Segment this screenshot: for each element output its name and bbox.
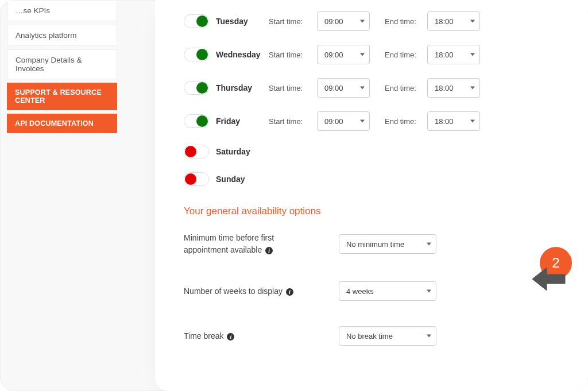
start-time-select-thursday[interactable]: 09:00 [317, 78, 370, 98]
start-time-select-tuesday[interactable]: 09:00 [317, 11, 370, 31]
day-row-friday: Friday Start time: 09:00 End time: 18:00 [184, 111, 565, 131]
end-time-label: End time: [385, 84, 421, 92]
option-label: Minimum time before first appointment av… [184, 233, 274, 254]
sidebar-item-analytics[interactable]: Analytics platform [7, 25, 117, 46]
start-time-label: Start time: [269, 17, 311, 26]
toggle-friday[interactable] [184, 114, 209, 128]
day-row-sunday: Sunday [184, 172, 565, 186]
start-time-select-wednesday[interactable]: 09:00 [317, 45, 370, 64]
start-time-label: Start time: [269, 117, 311, 126]
start-time-select-friday[interactable]: 09:00 [317, 111, 370, 131]
start-time-label: Start time: [269, 51, 311, 59]
end-time-select-wednesday[interactable]: 18:00 [427, 45, 480, 64]
break-select[interactable]: No break time [339, 326, 436, 346]
chevron-down-icon [427, 290, 431, 293]
info-icon[interactable] [286, 288, 293, 296]
info-icon[interactable] [227, 333, 234, 340]
end-time-label: End time: [385, 17, 421, 26]
end-time-label: End time: [385, 117, 421, 126]
day-label: Sunday [216, 175, 262, 184]
day-row-thursday: Thursday Start time: 09:00 End time: 18:… [184, 78, 565, 98]
start-time-label: Start time: [269, 84, 311, 92]
option-min-time: Minimum time before first appointment av… [184, 232, 565, 256]
day-label: Friday [216, 117, 262, 126]
day-label: Tuesday [216, 17, 262, 26]
toggle-sunday[interactable] [184, 172, 209, 186]
chevron-down-icon [470, 53, 475, 56]
weeks-select[interactable]: 4 weeks [339, 281, 436, 301]
day-row-tuesday: Tuesday Start time: 09:00 End time: 18:0… [184, 11, 565, 31]
day-label: Thursday [216, 83, 262, 92]
chevron-down-icon [360, 53, 365, 56]
chevron-down-icon [470, 120, 475, 123]
end-time-label: End time: [385, 51, 421, 59]
sidebar: …se KPIs Analytics platform Company Deta… [7, 0, 117, 133]
chevron-down-icon [360, 20, 365, 23]
end-time-select-friday[interactable]: 18:00 [427, 111, 480, 131]
day-row-wednesday: Wednesday Start time: 09:00 End time: 18… [184, 45, 565, 64]
toggle-thursday[interactable] [184, 81, 209, 95]
chevron-down-icon [360, 120, 365, 123]
chevron-down-icon [427, 243, 431, 246]
day-label: Wednesday [216, 50, 262, 59]
chevron-down-icon [427, 335, 431, 338]
min-time-select[interactable]: No minimum time [339, 234, 436, 254]
chevron-down-icon [470, 87, 475, 90]
option-label: Number of weeks to display [184, 287, 283, 296]
sidebar-item-company-details[interactable]: Company Details & Invoices [7, 49, 117, 79]
option-break: Time break No break time [184, 326, 565, 346]
main-panel: Tuesday Start time: 09:00 End time: 18:0… [155, 0, 588, 391]
annotation-step-2: 2 [529, 247, 572, 279]
sidebar-item-kpis[interactable]: …se KPIs [7, 0, 117, 21]
toggle-wednesday[interactable] [184, 48, 209, 61]
section-title: Your general availability options [184, 206, 565, 217]
option-label: Time break [184, 331, 224, 340]
toggle-tuesday[interactable] [184, 14, 209, 28]
chevron-down-icon [470, 20, 475, 23]
sidebar-item-api-docs[interactable]: API DOCUMENTATION [7, 114, 117, 133]
app-viewport: …se KPIs Analytics platform Company Deta… [0, 0, 588, 391]
sidebar-item-support[interactable]: SUPPORT & RESOURCE CENTER [7, 83, 117, 110]
info-icon[interactable] [265, 247, 273, 254]
day-row-saturday: Saturday [184, 145, 565, 158]
end-time-select-thursday[interactable]: 18:00 [427, 78, 480, 98]
chevron-down-icon [360, 87, 365, 90]
toggle-saturday[interactable] [184, 145, 209, 158]
option-weeks: Number of weeks to display 4 weeks [184, 281, 565, 301]
end-time-select-tuesday[interactable]: 18:00 [427, 11, 480, 31]
day-label: Saturday [216, 147, 262, 156]
